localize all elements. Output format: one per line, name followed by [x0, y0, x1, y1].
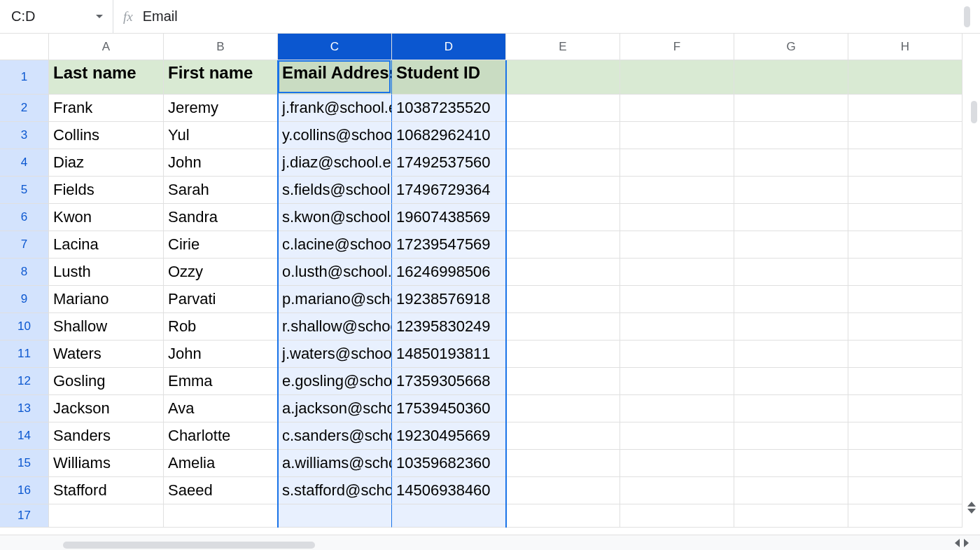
cell-D9[interactable]: 19238576918	[392, 286, 506, 313]
cell-G5[interactable]	[734, 177, 848, 204]
cell-F9[interactable]	[620, 286, 734, 313]
cell-E7[interactable]	[506, 231, 620, 259]
row-header-12[interactable]: 12	[0, 368, 49, 395]
cell-A7[interactable]: Lacina	[49, 231, 164, 259]
cell-D10[interactable]: 12395830249	[392, 313, 506, 341]
cell-B1[interactable]: First name	[164, 60, 278, 95]
column-header-G[interactable]: G	[734, 34, 848, 60]
cell-F12[interactable]	[620, 368, 734, 395]
column-header-E[interactable]: E	[506, 34, 620, 60]
cell-F2[interactable]	[620, 95, 734, 122]
row-header-17[interactable]: 17	[0, 504, 49, 528]
cell-H1[interactable]	[848, 60, 962, 95]
cell-G9[interactable]	[734, 286, 848, 313]
row-header-6[interactable]: 6	[0, 204, 49, 231]
cell-H8[interactable]	[848, 259, 962, 286]
row-header-13[interactable]: 13	[0, 395, 49, 422]
cell-B4[interactable]: John	[164, 149, 278, 177]
row-header-1[interactable]: 1	[0, 60, 49, 95]
cell-A2[interactable]: Frank	[49, 95, 164, 122]
cell-C5[interactable]: s.fields@school.edu	[278, 177, 392, 204]
cell-E14[interactable]	[506, 422, 620, 450]
cell-B9[interactable]: Parvati	[164, 286, 278, 313]
cell-E11[interactable]	[506, 341, 620, 368]
cell-H16[interactable]	[848, 477, 962, 504]
cell-F6[interactable]	[620, 204, 734, 231]
sheet-nav-left-icon[interactable]	[955, 539, 960, 547]
cell-C14[interactable]: c.sanders@school.edu	[278, 422, 392, 450]
cell-H2[interactable]	[848, 95, 962, 122]
cell-D15[interactable]: 10359682360	[392, 450, 506, 477]
cell-G8[interactable]	[734, 259, 848, 286]
cell-G17[interactable]	[734, 504, 848, 528]
cell-E1[interactable]	[506, 60, 620, 95]
cell-D8[interactable]: 16246998506	[392, 259, 506, 286]
row-header-3[interactable]: 3	[0, 122, 49, 149]
cell-D1[interactable]: Student ID	[392, 60, 506, 95]
cell-E10[interactable]	[506, 313, 620, 341]
row-header-15[interactable]: 15	[0, 450, 49, 477]
cell-C12[interactable]: e.gosling@school.edu	[278, 368, 392, 395]
cell-F7[interactable]	[620, 231, 734, 259]
cell-G3[interactable]	[734, 122, 848, 149]
cell-D2[interactable]: 10387235520	[392, 95, 506, 122]
cell-H5[interactable]	[848, 177, 962, 204]
cell-C9[interactable]: p.mariano@school.edu	[278, 286, 392, 313]
cell-D3[interactable]: 10682962410	[392, 122, 506, 149]
cell-A15[interactable]: Williams	[49, 450, 164, 477]
cell-G7[interactable]	[734, 231, 848, 259]
column-header-H[interactable]: H	[848, 34, 962, 60]
cell-G1[interactable]	[734, 60, 848, 95]
cell-B16[interactable]: Saeed	[164, 477, 278, 504]
cell-D4[interactable]: 17492537560	[392, 149, 506, 177]
cell-B8[interactable]: Ozzy	[164, 259, 278, 286]
cell-G14[interactable]	[734, 422, 848, 450]
cell-G4[interactable]	[734, 149, 848, 177]
cell-A17[interactable]	[49, 504, 164, 528]
column-header-D[interactable]: D	[392, 34, 506, 60]
cell-H11[interactable]	[848, 341, 962, 368]
row-header-2[interactable]: 2	[0, 95, 49, 122]
cell-G2[interactable]	[734, 95, 848, 122]
cell-C8[interactable]: o.lusth@school.edu	[278, 259, 392, 286]
column-header-A[interactable]: A	[49, 34, 164, 60]
cell-C3[interactable]: y.collins@school.edu	[278, 122, 392, 149]
cell-H14[interactable]	[848, 422, 962, 450]
cell-A1[interactable]: Last name	[49, 60, 164, 95]
row-header-8[interactable]: 8	[0, 259, 49, 286]
cell-B13[interactable]: Ava	[164, 395, 278, 422]
cell-H10[interactable]	[848, 313, 962, 341]
cell-B3[interactable]: Yul	[164, 122, 278, 149]
select-all-corner[interactable]	[0, 34, 49, 60]
cell-A3[interactable]: Collins	[49, 122, 164, 149]
horizontal-scroll-track[interactable]	[49, 540, 329, 550]
cell-C2[interactable]: j.frank@school.edu	[278, 95, 392, 122]
cell-C13[interactable]: a.jackson@school.edu	[278, 395, 392, 422]
cell-E15[interactable]	[506, 450, 620, 477]
cell-F13[interactable]	[620, 395, 734, 422]
cell-C15[interactable]: a.williams@school.edu	[278, 450, 392, 477]
name-box[interactable]: C:D	[7, 0, 113, 33]
cell-H4[interactable]	[848, 149, 962, 177]
cell-H15[interactable]	[848, 450, 962, 477]
cell-G6[interactable]	[734, 204, 848, 231]
row-header-7[interactable]: 7	[0, 231, 49, 259]
cell-F16[interactable]	[620, 477, 734, 504]
cell-H3[interactable]	[848, 122, 962, 149]
row-header-9[interactable]: 9	[0, 286, 49, 313]
cell-A9[interactable]: Mariano	[49, 286, 164, 313]
cell-B7[interactable]: Cirie	[164, 231, 278, 259]
cell-A8[interactable]: Lusth	[49, 259, 164, 286]
sheet-nav-right-icon[interactable]	[964, 539, 969, 547]
cell-B14[interactable]: Charlotte	[164, 422, 278, 450]
cell-H12[interactable]	[848, 368, 962, 395]
row-header-11[interactable]: 11	[0, 341, 49, 368]
cell-E9[interactable]	[506, 286, 620, 313]
formula-input[interactable]	[143, 0, 964, 33]
cell-B6[interactable]: Sandra	[164, 204, 278, 231]
row-header-5[interactable]: 5	[0, 177, 49, 204]
cell-C4[interactable]: j.diaz@school.edu	[278, 149, 392, 177]
cell-B15[interactable]: Amelia	[164, 450, 278, 477]
cell-A6[interactable]: Kwon	[49, 204, 164, 231]
column-header-F[interactable]: F	[620, 34, 734, 60]
